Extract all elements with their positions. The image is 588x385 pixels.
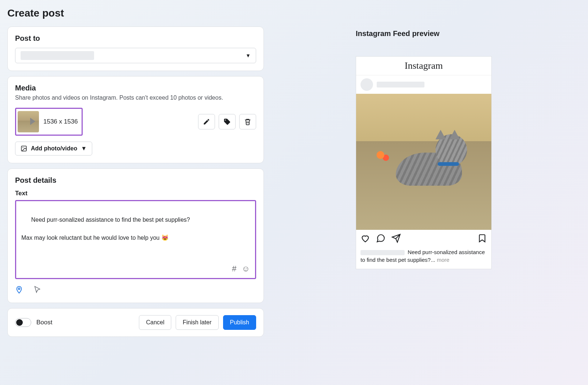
post-text-value: Need purr-sonalized assistance to find t…	[21, 217, 190, 241]
svg-point-1	[22, 147, 23, 148]
location-pin-icon	[15, 286, 23, 294]
post-to-placeholder	[21, 51, 94, 60]
media-dimensions: 1536 x 1536	[43, 118, 78, 125]
delete-media-button[interactable]	[239, 114, 256, 129]
heart-icon[interactable]	[361, 234, 370, 243]
media-thumbnail[interactable]: 1536 x 1536	[15, 108, 83, 136]
preview-avatar	[361, 78, 373, 91]
boost-toggle[interactable]	[15, 318, 31, 327]
page-title: Create post	[7, 7, 264, 19]
emoji-button[interactable]: ☺	[242, 263, 250, 275]
instagram-preview-card: Instagram Need purr-sonalized a	[356, 56, 492, 269]
add-media-label: Add photo/video	[31, 145, 77, 152]
location-button[interactable]	[15, 286, 23, 295]
tag-icon	[223, 118, 231, 125]
preview-username-placeholder	[377, 82, 424, 88]
instagram-logo: Instagram	[356, 57, 491, 75]
cursor-icon	[33, 286, 42, 295]
share-icon[interactable]	[391, 234, 401, 243]
edit-media-button[interactable]	[198, 114, 215, 129]
preview-image	[356, 94, 491, 230]
trash-icon	[244, 118, 251, 125]
post-to-title: Post to	[15, 34, 256, 43]
caret-down-icon: ▼	[245, 53, 251, 58]
text-label: Text	[15, 190, 256, 197]
caret-down-icon: ▼	[81, 145, 87, 152]
finish-later-button[interactable]: Finish later	[176, 315, 218, 330]
cancel-button[interactable]: Cancel	[139, 315, 171, 330]
hashtag-button[interactable]: #	[232, 263, 236, 275]
svg-point-2	[18, 288, 20, 290]
media-thumb-icon	[18, 111, 39, 132]
boost-label: Boost	[36, 319, 52, 326]
media-title: Media	[15, 84, 256, 92]
tag-media-button[interactable]	[219, 114, 236, 129]
image-icon	[21, 145, 27, 152]
media-card: Media Share photos and videos on Instagr…	[7, 76, 264, 163]
preview-more-link[interactable]: more	[435, 257, 449, 263]
media-subtitle: Share photos and videos on Instagram. Po…	[15, 95, 256, 101]
preview-header	[356, 75, 491, 94]
preview-caption-username-placeholder	[361, 250, 405, 255]
preview-caption: Need purr-sonalized assistance to find t…	[356, 247, 491, 269]
footer-bar: Boost Cancel Finish later Publish	[7, 308, 264, 337]
publish-button[interactable]: Publish	[223, 315, 256, 330]
post-to-card: Post to ▼	[7, 26, 264, 71]
bookmark-icon[interactable]	[477, 234, 487, 243]
post-to-dropdown[interactable]: ▼	[15, 48, 256, 63]
preview-action-bar	[356, 230, 491, 247]
pencil-icon	[203, 118, 210, 125]
preview-title: Instagram Feed preview	[356, 29, 588, 38]
post-details-card: Post details Text Need purr-sonalized as…	[7, 168, 264, 303]
post-text-input[interactable]: Need purr-sonalized assistance to find t…	[15, 200, 256, 279]
post-details-title: Post details	[15, 176, 256, 185]
add-media-button[interactable]: Add photo/video ▼	[15, 142, 92, 156]
comment-icon[interactable]	[376, 234, 386, 243]
